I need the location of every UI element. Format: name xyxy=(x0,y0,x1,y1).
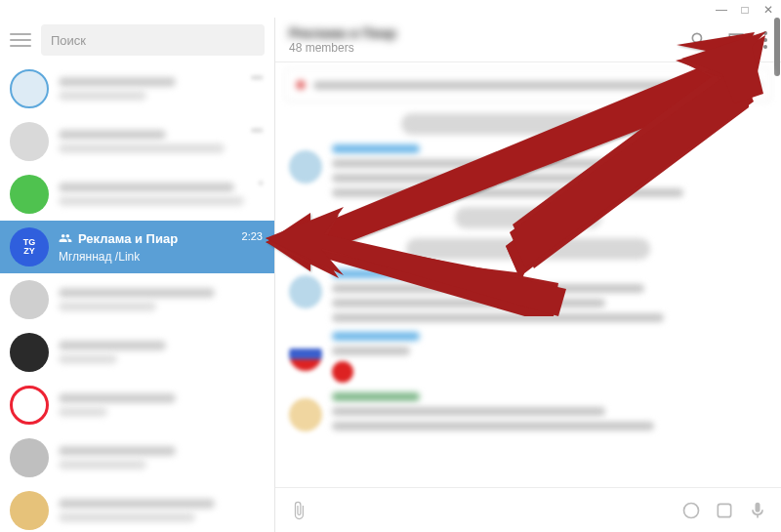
avatar xyxy=(289,338,322,371)
messages-area xyxy=(275,107,781,487)
chat-time: • xyxy=(259,177,263,188)
chat-preview: M️гляннад /Link xyxy=(59,250,265,264)
sender-name xyxy=(332,144,420,153)
message xyxy=(289,144,767,197)
chat-item-selected[interactable]: TGZY Реклама и Пиар M️гляннад /Link 2:23 xyxy=(0,221,274,273)
pinned-message[interactable] xyxy=(285,68,771,102)
scrollbar-thumb[interactable] xyxy=(774,18,780,76)
chat-list: ••• ••• • TGZY Реклама xyxy=(0,62,274,532)
date-chip xyxy=(455,207,601,228)
attach-icon[interactable] xyxy=(289,501,308,520)
pinned-text xyxy=(313,81,760,90)
chat-item[interactable] xyxy=(0,273,274,326)
message-text xyxy=(332,422,654,430)
chat-item[interactable] xyxy=(0,379,274,431)
chat-time: 2:23 xyxy=(242,230,263,242)
avatar xyxy=(289,275,322,308)
message-text xyxy=(332,313,664,322)
avatar xyxy=(10,491,49,530)
date-chip xyxy=(406,238,650,260)
chat-title: Реклама и Пиар xyxy=(78,231,178,246)
chat-header-subtitle: 48 members xyxy=(289,41,689,55)
chat-header: Реклама и Пиар 48 members xyxy=(275,18,781,62)
message xyxy=(289,269,767,322)
avatar xyxy=(10,333,49,372)
avatar xyxy=(289,398,322,431)
message-text xyxy=(332,284,644,293)
avatar xyxy=(10,175,49,214)
chat-item[interactable] xyxy=(0,431,274,484)
sender-name xyxy=(332,269,420,278)
avatar xyxy=(10,122,49,161)
emoji-icon[interactable] xyxy=(681,501,701,520)
sidebar-toggle-icon[interactable] xyxy=(726,30,746,50)
search-input[interactable]: Поиск xyxy=(41,24,265,56)
chat-panel: Реклама и Пиар 48 members xyxy=(275,18,781,532)
window-controls: — □ ✕ xyxy=(715,3,775,17)
date-chip xyxy=(401,113,655,135)
menu-icon[interactable] xyxy=(10,29,31,51)
window-minimize-button[interactable]: — xyxy=(715,3,728,17)
sender-name xyxy=(332,332,420,341)
window-close-button[interactable]: ✕ xyxy=(761,3,775,17)
svg-point-0 xyxy=(684,503,699,517)
message-text xyxy=(332,159,664,168)
message-text xyxy=(332,174,625,183)
avatar xyxy=(10,386,49,425)
sticker-icon[interactable] xyxy=(715,501,734,520)
chat-time: ••• xyxy=(251,71,263,83)
message-text xyxy=(332,299,605,307)
chat-header-title: Реклама и Пиар xyxy=(289,25,689,41)
group-icon xyxy=(59,231,72,245)
message-text xyxy=(332,347,410,355)
more-options-icon[interactable] xyxy=(763,31,767,49)
sidebar: Поиск ••• ••• • TGZY xyxy=(0,18,275,532)
avatar xyxy=(289,150,322,184)
emoji xyxy=(332,361,353,383)
chat-item[interactable]: • xyxy=(0,168,274,221)
message xyxy=(289,392,767,431)
chat-item[interactable] xyxy=(0,484,274,532)
avatar xyxy=(10,438,49,477)
chat-item[interactable]: ••• xyxy=(0,115,274,168)
avatar xyxy=(10,69,49,108)
message-text xyxy=(332,188,683,197)
search-placeholder: Поиск xyxy=(51,33,86,48)
message xyxy=(289,332,767,383)
chat-item[interactable] xyxy=(0,326,274,379)
window-maximize-button[interactable]: □ xyxy=(738,3,752,17)
chat-time: ••• xyxy=(251,124,263,136)
message-text xyxy=(332,407,605,416)
pin-indicator-icon xyxy=(296,80,306,90)
message-composer[interactable] xyxy=(275,487,781,532)
avatar xyxy=(10,280,49,319)
sender-name xyxy=(332,392,420,401)
mic-icon[interactable] xyxy=(748,501,767,520)
chat-item[interactable]: ••• xyxy=(0,62,274,115)
avatar: TGZY xyxy=(10,227,49,266)
svg-rect-1 xyxy=(718,504,730,516)
search-icon[interactable] xyxy=(689,30,709,50)
